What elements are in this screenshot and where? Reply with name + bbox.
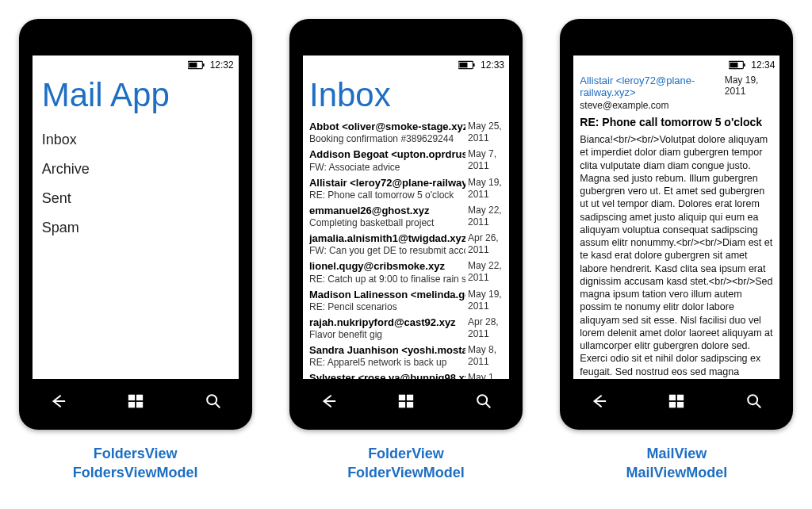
message-row[interactable]: rajah.nukripyford@cast92.xyzFlavor benef… bbox=[309, 315, 509, 343]
message-subject: FW: Associate advice bbox=[309, 162, 465, 174]
message-subject: Completing basketball project bbox=[309, 217, 465, 229]
windows-button[interactable] bbox=[112, 390, 159, 412]
phone-navbar bbox=[560, 387, 793, 415]
svg-rect-14 bbox=[407, 402, 413, 408]
message-subject: RE: Apparel5 network is back up bbox=[309, 357, 465, 369]
back-button[interactable] bbox=[304, 390, 352, 412]
svg-rect-21 bbox=[669, 402, 676, 408]
caption-3-line1: MailView bbox=[560, 444, 793, 463]
message-row[interactable]: lionel.qugy@cribsmoke.xyzRE: Catch up at… bbox=[309, 258, 509, 286]
svg-rect-19 bbox=[669, 395, 676, 400]
caption-3: MailView MailViewModel bbox=[560, 444, 793, 483]
message-from: Abbot <oliver@smoke-stage.xyz> bbox=[309, 121, 465, 133]
clock: 12:32 bbox=[210, 59, 234, 71]
mail-body: Bianca!<br/><br/>Volutpat dolore aliquya… bbox=[580, 133, 773, 379]
clock: 12:33 bbox=[481, 59, 504, 71]
svg-point-15 bbox=[477, 395, 487, 404]
message-subject: Flavor benefit gig bbox=[309, 329, 465, 341]
message-row[interactable]: Madison Lalinesson <melinda.gofagy@RE: P… bbox=[309, 287, 509, 315]
screen-inbox: 12:33 Inbox Abbot <oliver@smoke-stage.xy… bbox=[303, 55, 509, 379]
message-main: Addison Begoat <upton.oprdrusson@pFW: As… bbox=[309, 148, 465, 173]
back-button[interactable] bbox=[34, 390, 82, 412]
status-bar: 12:33 bbox=[303, 55, 509, 73]
message-row[interactable]: Abbot <oliver@smoke-stage.xyz>Booking co… bbox=[309, 119, 509, 147]
mail-from: Allistair <leroy72@plane-railway.xyz> bbox=[580, 75, 724, 98]
message-row[interactable]: Sandra Juanhison <yoshi.mostaline72@RE: … bbox=[309, 343, 509, 370]
svg-point-23 bbox=[749, 395, 758, 404]
message-row[interactable]: jamalia.alnismith1@twigdad.xyzFW: Can yo… bbox=[309, 231, 509, 258]
svg-rect-3 bbox=[128, 395, 134, 400]
mail-subject: RE: Phone call tomorrow 5 o'clock bbox=[580, 111, 773, 133]
phone-column-1: 12:32 Mail App Inbox Archive Sent Spam bbox=[19, 19, 252, 483]
svg-rect-4 bbox=[136, 395, 143, 400]
message-main: lionel.qugy@cribsmoke.xyzRE: Catch up at… bbox=[309, 260, 465, 285]
mail-content: Allistair <leroy72@plane-railway.xyz> Ma… bbox=[573, 73, 779, 379]
message-from: Sylvester <rose.va@bunpig98.xyz> bbox=[309, 372, 465, 379]
message-date: May 1, 2011 bbox=[465, 372, 506, 379]
caption-2: FolderView FolderViewModel bbox=[289, 444, 523, 483]
message-date: May 7, 2011 bbox=[465, 148, 506, 172]
folder-item-sent[interactable]: Sent bbox=[33, 184, 239, 213]
message-date: May 22, 2011 bbox=[465, 260, 506, 284]
screen-mail: 12:34 Allistair <leroy72@plane-railway.x… bbox=[573, 55, 779, 379]
message-row[interactable]: Addison Begoat <upton.oprdrusson@pFW: As… bbox=[309, 147, 509, 174]
battery-icon bbox=[729, 60, 746, 70]
svg-rect-13 bbox=[399, 402, 405, 408]
phone-navbar bbox=[289, 387, 523, 415]
svg-rect-9 bbox=[459, 63, 467, 67]
message-date: Apr 28, 2011 bbox=[465, 316, 506, 340]
windows-button[interactable] bbox=[382, 390, 430, 412]
battery-icon bbox=[188, 60, 205, 70]
message-from: lionel.qugy@cribsmoke.xyz bbox=[309, 260, 465, 273]
message-row[interactable]: emmanuel26@ghost.xyzCompleting basketbal… bbox=[309, 203, 509, 231]
status-bar: 12:34 bbox=[573, 55, 779, 73]
folder-title: Inbox bbox=[303, 73, 509, 119]
message-date: May 25, 2011 bbox=[465, 121, 506, 144]
message-subject: RE: Pencil scenarios bbox=[309, 301, 465, 313]
screen-folders: 12:32 Mail App Inbox Archive Sent Spam bbox=[33, 55, 239, 379]
message-main: Madison Lalinesson <melinda.gofagy@RE: P… bbox=[309, 289, 465, 313]
back-button[interactable] bbox=[575, 390, 622, 412]
message-main: jamalia.alnismith1@twigdad.xyzFW: Can yo… bbox=[309, 232, 465, 257]
search-button[interactable] bbox=[730, 390, 778, 412]
svg-rect-2 bbox=[202, 63, 204, 67]
windows-button[interactable] bbox=[653, 390, 700, 412]
message-from: Sandra Juanhison <yoshi.mostaline72@ bbox=[309, 344, 465, 357]
svg-rect-5 bbox=[128, 402, 134, 408]
message-date: May 19, 2011 bbox=[465, 177, 506, 201]
clock: 12:34 bbox=[751, 59, 775, 71]
folder-item-inbox[interactable]: Inbox bbox=[33, 125, 239, 155]
message-from: Addison Begoat <upton.oprdrusson@p bbox=[309, 148, 465, 161]
message-from: emmanuel26@ghost.xyz bbox=[309, 205, 465, 217]
caption-2-line1: FolderView bbox=[289, 444, 523, 463]
folder-item-spam[interactable]: Spam bbox=[33, 213, 239, 243]
message-row[interactable]: Allistair <leroy72@plane-railway.xyz>RE:… bbox=[309, 175, 509, 203]
message-date: May 19, 2011 bbox=[465, 289, 506, 312]
svg-rect-18 bbox=[744, 63, 745, 67]
status-bar: 12:32 bbox=[33, 55, 239, 73]
message-list[interactable]: Abbot <oliver@smoke-stage.xyz>Booking co… bbox=[303, 119, 509, 379]
message-subject: RE: Catch up at 9:00 to finalise rain sp… bbox=[309, 274, 465, 285]
message-subject: FW: Can you get DE to resubmit accounts bbox=[309, 245, 465, 257]
message-row[interactable]: Sylvester <rose.va@bunpig98.xyz>Feedback… bbox=[309, 370, 509, 379]
message-subject: Booking confirmation #389629244 bbox=[309, 133, 465, 145]
caption-1-line1: FoldersView bbox=[19, 444, 252, 463]
caption-3-line2: MailViewModel bbox=[560, 463, 793, 482]
svg-rect-1 bbox=[189, 63, 197, 67]
message-from: jamalia.alnismith1@twigdad.xyz bbox=[309, 232, 465, 245]
search-button[interactable] bbox=[460, 390, 508, 412]
message-from: rajah.nukripyford@cast92.xyz bbox=[309, 316, 465, 329]
svg-rect-12 bbox=[407, 395, 413, 400]
message-from: Madison Lalinesson <melinda.gofagy@ bbox=[309, 289, 465, 301]
phone-frame-3: 12:34 Allistair <leroy72@plane-railway.x… bbox=[560, 19, 793, 430]
mail-date: May 19, 2011 bbox=[725, 75, 774, 98]
svg-rect-11 bbox=[399, 395, 405, 400]
message-date: Apr 26, 2011 bbox=[465, 232, 506, 256]
svg-rect-20 bbox=[677, 395, 684, 400]
phone-frame-1: 12:32 Mail App Inbox Archive Sent Spam bbox=[19, 19, 252, 430]
folder-item-archive[interactable]: Archive bbox=[33, 155, 239, 184]
mail-to: steve@example.com bbox=[580, 98, 773, 111]
battery-icon bbox=[458, 60, 476, 70]
caption-1: FoldersView FoldersViewModel bbox=[19, 444, 252, 483]
search-button[interactable] bbox=[190, 390, 237, 412]
